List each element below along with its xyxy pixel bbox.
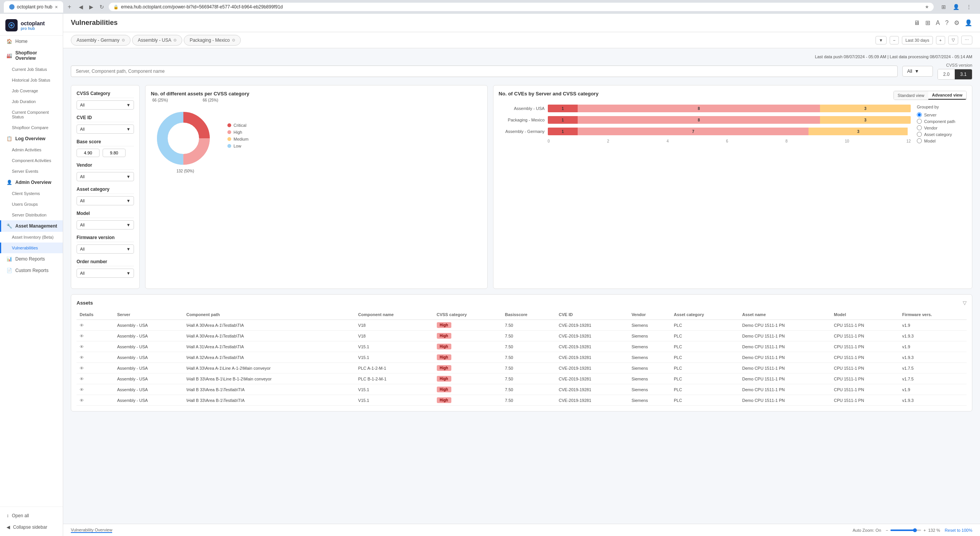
detail-icon[interactable]: 👁 <box>80 398 84 403</box>
sidebar-item-server-distribution[interactable]: Server Distribution <box>0 210 63 220</box>
sidebar-item-users-groups[interactable]: Users Groups <box>0 199 63 210</box>
filter-cvss-category-dropdown[interactable]: All ▼ <box>77 100 134 110</box>
search-input[interactable] <box>71 66 898 77</box>
detail-icon[interactable]: 👁 <box>80 334 84 338</box>
filter-firmware-dropdown[interactable]: All ▼ <box>77 244 134 254</box>
sidebar-item-admin-overview[interactable]: 👤 Admin Overview <box>0 177 63 188</box>
tab-assembly-germany[interactable]: Assembly - Germany ⊙ <box>71 35 131 46</box>
base-score-max-input[interactable] <box>103 149 126 157</box>
filter-asset-category-dropdown[interactable]: All ▼ <box>77 196 134 205</box>
sidebar-item-job-coverage[interactable]: Job Coverage <box>0 85 63 96</box>
sidebar-item-home[interactable]: 🏠 Home <box>0 36 63 47</box>
sidebar-item-log-overview[interactable]: 📋 Log Overview <box>0 133 63 144</box>
filter-vendor-dropdown[interactable]: All ▼ <box>77 172 134 181</box>
sidebar-item-shopfloor-overview[interactable]: 🏭 Shopfloor Overview <box>0 47 63 64</box>
vulnerability-overview-tab[interactable]: Vulnerability Overview <box>71 528 112 533</box>
tab-close-usa[interactable]: ⊙ <box>173 38 176 42</box>
sidebar-item-client-systems[interactable]: Client Systems <box>0 188 63 199</box>
monitor-icon[interactable]: 🖥 <box>914 20 920 26</box>
detail-icon[interactable]: 👁 <box>80 366 84 370</box>
filter-cve-id-dropdown[interactable]: All ▼ <box>77 125 134 134</box>
zoom-slider-thumb[interactable] <box>913 528 917 532</box>
tab-minus-button[interactable]: − <box>890 36 899 44</box>
back-button[interactable]: ◀ <box>77 3 85 11</box>
sidebar-item-admin-activities[interactable]: Admin Activities <box>0 144 63 155</box>
detail-icon[interactable]: 👁 <box>80 344 84 349</box>
open-all-button[interactable]: ↕ Open all <box>0 510 63 521</box>
radio-model[interactable]: Model <box>917 138 967 143</box>
zoom-minus-button[interactable]: − <box>886 528 888 533</box>
cell-details[interactable]: 👁 <box>77 395 114 406</box>
cvss-v3-button[interactable]: 3.1 <box>955 69 972 79</box>
radio-component-path-input[interactable] <box>917 119 922 124</box>
advanced-view-tab[interactable]: Advanced view <box>928 91 966 100</box>
reset-zoom-button[interactable]: Reset to 100% <box>945 528 972 533</box>
radio-server-input[interactable] <box>917 112 922 117</box>
tab-expand-button[interactable]: ▽ <box>948 36 958 44</box>
sidebar-item-current-job-status[interactable]: Current Job Status <box>0 64 63 75</box>
filter-icon[interactable]: ▽ <box>963 300 967 306</box>
radio-asset-category[interactable]: Asset category <box>917 132 967 137</box>
sidebar-item-job-duration[interactable]: Job Duration <box>0 96 63 107</box>
cell-details[interactable]: 👁 <box>77 384 114 395</box>
tab-close-germany[interactable]: ⊙ <box>122 38 125 42</box>
refresh-button[interactable]: ↻ <box>98 3 106 11</box>
radio-asset-category-input[interactable] <box>917 132 922 137</box>
sidebar-item-current-component-status[interactable]: Current Component Status <box>0 107 63 122</box>
sidebar-item-asset-management[interactable]: 🔧 Asset Management <box>0 220 63 232</box>
cell-details[interactable]: 👁 <box>77 363 114 374</box>
standard-view-tab[interactable]: Standard view <box>894 91 928 100</box>
translate-icon[interactable]: A <box>936 20 940 26</box>
sidebar-item-vulnerabilities[interactable]: Vulnerabilities <box>0 243 63 253</box>
radio-component-path[interactable]: Component path <box>917 119 967 124</box>
cell-details[interactable]: 👁 <box>77 352 114 363</box>
cell-details[interactable]: 👁 <box>77 341 114 352</box>
cell-details[interactable]: 👁 <box>77 374 114 384</box>
sidebar-item-shopfloor-compare[interactable]: Shopfloor Compare <box>0 122 63 133</box>
grid-icon[interactable]: ⊞ <box>925 19 930 26</box>
extensions-icon[interactable]: ⊞ <box>940 3 947 11</box>
collapse-sidebar-button[interactable]: ◀ Collapse sidebar <box>0 521 63 533</box>
settings-icon[interactable]: ⚙ <box>954 19 959 26</box>
radio-model-input[interactable] <box>917 138 922 143</box>
cvss-v2-button[interactable]: 2.0 <box>938 69 955 79</box>
address-bar[interactable]: 🔒 emea.hub.octoplant.com/power-bi?id=566… <box>109 3 934 11</box>
radio-vendor-input[interactable] <box>917 125 922 130</box>
profile-icon[interactable]: 👤 <box>951 3 961 11</box>
help-icon[interactable]: ? <box>945 20 949 26</box>
sidebar-item-asset-inventory[interactable]: Asset Inventory (Beta) <box>0 232 63 243</box>
tab-close-mexico[interactable]: ⊙ <box>232 38 235 42</box>
browser-tab-close[interactable]: ✕ <box>55 5 58 9</box>
sidebar-item-component-activities[interactable]: Component Activities <box>0 155 63 166</box>
tab-assembly-usa[interactable]: Assembly - USA ⊙ <box>132 35 182 46</box>
new-tab-button[interactable]: + <box>68 3 71 10</box>
browser-tab[interactable]: octoplant pro hub ✕ <box>4 1 63 13</box>
base-score-min-input[interactable] <box>77 149 100 157</box>
zoom-slider[interactable] <box>890 529 921 531</box>
menu-icon[interactable]: ⋮ <box>965 3 973 11</box>
zoom-plus-button[interactable]: + <box>923 528 926 533</box>
sidebar-item-demo-reports[interactable]: 📊 Demo Reports <box>0 253 63 265</box>
radio-server[interactable]: Server <box>917 112 967 117</box>
tab-more-button[interactable]: ⋯ <box>961 36 972 44</box>
sidebar-item-historical-job-status[interactable]: Historical Job Status <box>0 75 63 85</box>
detail-icon[interactable]: 👁 <box>80 377 84 381</box>
sidebar-item-server-events[interactable]: Server Events <box>0 166 63 177</box>
tab-dropdown-button[interactable]: ▼ <box>875 36 887 44</box>
search-all-dropdown[interactable]: All ▼ <box>902 66 933 77</box>
tab-packaging-mexico[interactable]: Packaging - Mexico ⊙ <box>184 35 241 46</box>
detail-icon[interactable]: 👁 <box>80 323 84 328</box>
filter-model-dropdown[interactable]: All ▼ <box>77 220 134 229</box>
sidebar-item-custom-reports[interactable]: 📄 Custom Reports <box>0 265 63 276</box>
cell-details[interactable]: 👁 <box>77 320 114 331</box>
radio-vendor[interactable]: Vendor <box>917 125 967 130</box>
detail-icon[interactable]: 👁 <box>80 387 84 392</box>
date-range-button[interactable]: Last 30 days <box>902 36 933 44</box>
detail-icon[interactable]: 👁 <box>80 355 84 360</box>
cell-model: CPU 1511-1 PN <box>831 352 899 363</box>
cell-details[interactable]: 👁 <box>77 331 114 341</box>
forward-button[interactable]: ▶ <box>88 3 95 11</box>
user-icon[interactable]: 👤 <box>965 19 972 26</box>
filter-order-dropdown[interactable]: All ▼ <box>77 269 134 278</box>
tab-plus-button[interactable]: + <box>936 36 945 44</box>
